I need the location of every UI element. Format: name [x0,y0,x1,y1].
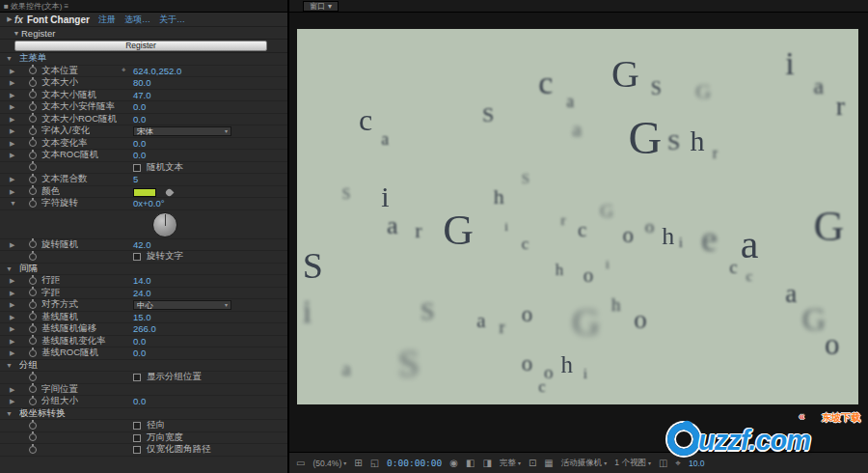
viewer-tab[interactable]: 窗口 ▾ [303,1,339,12]
checkbox[interactable] [133,446,141,454]
checkbox[interactable] [133,253,141,261]
stopwatch-icon[interactable] [29,79,37,87]
stopwatch-icon[interactable] [29,313,37,320]
mask-visibility-icon[interactable]: ◱ [370,458,379,468]
stopwatch-icon[interactable] [29,325,37,333]
twirl-closed-icon[interactable]: ▶ [10,188,14,196]
param-row-基线随机偏移[interactable]: ▶基线随机偏移266.0 [0,323,287,336]
composition-canvas[interactable]: caGSiarGcaSaGShrSiarGhSicrcGoohieaGccSho… [297,29,858,404]
checkbox[interactable] [133,434,141,442]
param-value[interactable]: 42.0 [133,239,151,250]
param-value[interactable]: 0x+0.0° [133,198,165,209]
magnification-select[interactable]: (50.4%)▾ [312,459,346,468]
safe-guides-icon[interactable]: ⊞ [354,458,362,468]
param-value[interactable]: 47.0 [133,90,151,100]
twirl-closed-icon[interactable]: ▶ [10,103,14,111]
param-row-字符旋转[interactable]: ▼字符旋转0x+0.0° [0,198,287,210]
param-dropdown[interactable]: 宋体▾ [133,126,231,136]
snapshot-icon[interactable]: ◉ [449,458,458,468]
param-value[interactable]: 0.0 [133,396,146,406]
twirl-closed-icon[interactable]: ▶ [10,325,14,333]
register-group-twirl-icon[interactable]: ▼ [12,30,21,37]
stopwatch-icon[interactable] [29,127,37,135]
stopwatch-icon[interactable] [29,152,37,159]
options-link[interactable]: 选项… [124,14,150,26]
twirl-open-icon[interactable]: ▼ [6,362,13,369]
param-row-文本大小随机[interactable]: ▶文本大小随机47.0 [0,90,287,102]
twirl-closed-icon[interactable]: ▶ [10,79,14,87]
resolution-select[interactable]: 完整▾ [500,458,521,469]
param-row-字体入/变化[interactable]: ▶字体入/变化宋体▾ [0,125,287,138]
stopwatch-icon[interactable] [29,422,37,430]
eyedropper-icon[interactable] [165,187,175,197]
stopwatch-icon[interactable] [29,91,37,98]
param-row-字距[interactable]: ▶字距24.0 [0,288,287,300]
twirl-closed-icon[interactable]: ▶ [10,386,14,394]
param-dropdown[interactable]: 中心▾ [133,300,231,310]
effect-controls-tab[interactable]: ■ 效果控件(文本) ≡ [0,0,287,13]
param-value[interactable]: 14.0 [133,275,151,286]
param-row-旋转随机[interactable]: ▶旋转随机42.0 [0,239,287,252]
param-value[interactable]: 15.0 [133,312,151,322]
param-row-基线随机变化率[interactable]: ▶基线随机变化率0.0 [0,336,287,348]
twirl-closed-icon[interactable]: ▶ [10,301,14,309]
param-row-旋转文字[interactable]: 旋转文字 [0,251,287,264]
param-value[interactable]: 5 [133,174,138,184]
param-value[interactable]: 0.0 [133,348,146,358]
twirl-closed-icon[interactable]: ▶ [10,116,14,124]
stopwatch-icon[interactable] [29,277,37,285]
stopwatch-icon[interactable] [29,103,37,111]
param-value[interactable]: 0.0 [133,336,146,347]
twirl-open-icon[interactable]: ▼ [6,410,13,417]
param-row-分组大小[interactable]: ▶分组大小0.0 [0,396,287,408]
twirl-closed-icon[interactable]: ▶ [10,241,14,249]
twirl-closed-icon[interactable]: ▶ [10,290,14,297]
twirl-closed-icon[interactable]: ▶ [10,176,14,183]
param-value[interactable]: 0.0 [133,150,146,160]
param-row-随机文本[interactable]: 随机文本 [0,162,287,175]
stopwatch-icon[interactable] [29,139,37,147]
stopwatch-icon[interactable] [29,446,37,454]
param-row-行距[interactable]: ▶行距14.0 [0,275,287,288]
stopwatch-icon[interactable] [29,176,37,183]
register-button[interactable]: Register [14,41,267,51]
param-value[interactable]: 0.0 [133,138,146,149]
about-link[interactable]: 关于… [159,14,185,26]
param-row-主菜单[interactable]: ▼主菜单 [0,53,287,66]
transparency-grid-icon[interactable]: ▦ [544,458,553,468]
param-row-文本位置[interactable]: ▶文本位置⌖624.0,252.0 [0,66,287,78]
stopwatch-icon[interactable] [29,289,37,296]
param-row-对齐方式[interactable]: ▶对齐方式中心▾ [0,299,287,312]
twirl-closed-icon[interactable]: ▶ [10,398,14,405]
stopwatch-icon[interactable] [29,163,37,171]
snapshot-tool-icon[interactable]: ▭ [296,458,305,468]
twirl-closed-icon[interactable]: ▶ [10,140,14,148]
param-value[interactable]: 24.0 [133,288,151,298]
current-time[interactable]: 0:00:00:00 [387,458,442,468]
twirl-closed-icon[interactable]: ▶ [10,152,14,159]
view-layout-select[interactable]: 1 个视图▾ [614,458,651,469]
stopwatch-icon[interactable] [29,398,37,405]
param-row-文本变化率[interactable]: ▶文本变化率0.0 [0,138,287,151]
color-swatch[interactable] [133,188,156,197]
twirl-closed-icon[interactable]: ▶ [10,92,14,99]
param-row-基线随机[interactable]: ▶基线随机15.0 [0,312,287,324]
stopwatch-icon[interactable] [29,115,37,123]
stopwatch-icon[interactable] [29,240,37,248]
twirl-closed-icon[interactable]: ▶ [10,338,14,346]
param-row-间隔[interactable]: ▼间隔 [0,264,287,276]
stopwatch-icon[interactable] [29,187,37,195]
twirl-open-icon[interactable]: ▼ [6,265,13,272]
register-link[interactable]: 注册 [98,14,116,26]
param-value[interactable]: 80.0 [133,77,151,88]
param-value[interactable]: 624.0,252.0 [133,66,181,76]
param-value[interactable]: 0.0 [133,114,146,125]
twirl-closed-icon[interactable]: ▶ [10,314,14,321]
stopwatch-icon[interactable] [29,374,37,381]
param-value[interactable]: 266.0 [133,323,156,334]
camera-select[interactable]: 活动摄像机▾ [561,458,608,469]
twirl-closed-icon[interactable]: ▶ [10,68,14,75]
checkbox[interactable] [133,164,141,172]
param-row-颜色[interactable]: ▶颜色 [0,186,287,199]
stopwatch-icon[interactable] [29,200,37,208]
